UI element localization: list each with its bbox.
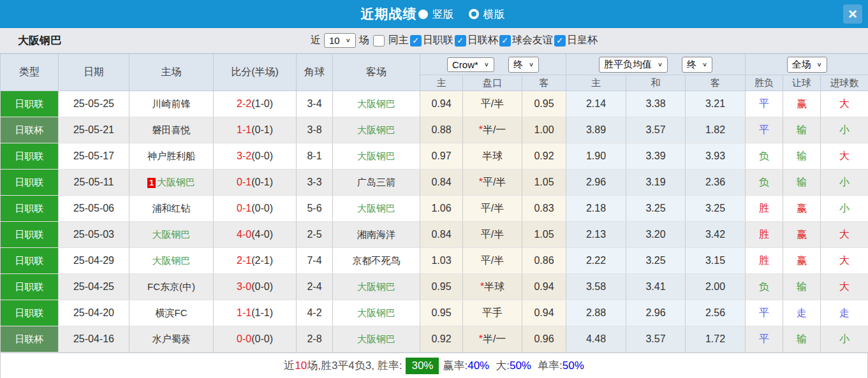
odds-away-cell: 1.00 [522,117,566,143]
bookmaker-time-select[interactable]: 终 ∨ [508,57,539,73]
home-team: FC东京(中) [147,281,195,292]
odds-home-cell: 1.03 [420,248,463,274]
away-team: 广岛三箭 [357,177,395,187]
match-count-select[interactable]: 10 ∨ [324,33,356,48]
team-name: 大阪钢巴 [18,33,61,48]
column-header-avg-home: 主 [566,75,626,91]
horizontal-view-radio[interactable] [469,9,479,19]
corner-cell: 2-8 [297,326,333,353]
red-card-badge: 1 [147,178,156,188]
league-checkbox-jcup[interactable]: ✓ [455,35,466,47]
same-home-label[interactable]: 同主 [388,34,409,47]
column-header-type: 类型 [1,54,59,91]
league-label-friendly[interactable]: 球会友谊 [512,34,553,47]
score-cell: 4-0(4-0) [214,222,297,248]
odds-home-cell: 0.84 [420,222,463,248]
fulltime-score: 0-1 [237,203,251,214]
check-icon: ✓ [556,36,563,45]
bookmaker-time-value: 终 [513,59,523,71]
chevron-down-icon: ∨ [658,62,663,68]
average-type-value: 胜平负均值 [604,59,652,71]
fulltime-score: 3-2 [237,150,251,161]
over-rate-label: 大: [496,358,510,373]
home-cell: FC东京(中) [129,274,214,300]
handicap-line-cell: 平/半 [463,91,522,117]
halftime-score: (0-1) [251,124,273,135]
league-checkbox-emperor[interactable]: ✓ [554,35,566,47]
halftime-score: (1-0) [251,98,273,109]
horizontal-view-label[interactable]: 横版 [483,7,505,22]
vertical-view-radio-selected[interactable] [418,10,428,19]
score-cell: 2-2(1-0) [214,91,297,117]
goals-result-cell: 小 [821,326,868,353]
goals-result-cell: 大 [821,248,868,274]
avg-draw-cell: 3.25 [626,248,686,274]
average-type-select[interactable]: 胜平负均值 ∨ [599,57,668,73]
date-cell: 25-04-16 [59,326,129,353]
column-header-odds-home: 主 [420,75,463,91]
column-header-avg-away: 客 [686,75,746,91]
wdl-cell: 平 [746,326,783,353]
home-cell: 1大阪钢巴 [129,170,214,196]
halftime-score: (0-0) [251,203,273,214]
avg-win-cell: 2.13 [566,222,626,248]
home-cell: 浦和红钻 [129,196,214,222]
fulltime-score: 2-1 [237,255,251,266]
home-team: 水户蜀葵 [152,333,191,344]
column-header-date: 日期 [59,54,129,91]
score-cell: 1-1(1-1) [214,300,297,326]
corner-cell: 2-5 [297,222,333,248]
avg-lose-cell: 3.42 [686,222,746,248]
league-type-label: 日职联 [15,281,44,292]
score-cell: 1-1(0-1) [214,117,297,143]
league-type-label: 日联杯 [15,124,44,135]
halftime-score: (0-0) [251,150,273,161]
league-label-jcup[interactable]: 日联杯 [467,34,498,47]
odds-away-cell: 0.94 [522,300,566,326]
away-cell: 大阪钢巴 [333,196,420,222]
wdl-cell: 平 [746,300,783,326]
summary-near-label: 近 [284,358,295,373]
wdl-cell: 负 [746,143,783,170]
chevron-down-icon: ∨ [484,62,489,68]
league-label-j1[interactable]: 日职联 [423,34,453,47]
away-cell: 大阪钢巴 [333,300,420,326]
league-type-label: 日职联 [15,177,44,187]
avg-draw-cell: 3.41 [626,274,686,300]
same-home-checkbox[interactable] [373,35,385,47]
average-time-select[interactable]: 终 ∨ [682,57,712,73]
title-bar: 近期战绩 竖版 横版 × [0,0,868,28]
single-rate-label: 单率: [538,358,563,373]
scope-select[interactable]: 全场 ∨ [787,57,827,73]
handicap-win-rate-value: 40% [467,360,489,372]
summary-bar: 近 10 场,胜3平4负3, 胜率: 30% 赢率: 40% 大: 50% 单率… [0,353,868,378]
chevron-down-icon: ∨ [702,62,707,68]
league-type-badge: 日职联 [1,222,59,248]
match-count-value: 10 [329,35,340,46]
avg-win-cell: 2.96 [566,170,626,196]
fulltime-score: 0-1 [237,177,251,187]
handicap-result-cell: 输 [783,117,821,143]
league-checkbox-friendly[interactable]: ✓ [499,35,511,47]
handicap-result-cell: 走 [783,300,821,326]
date-cell: 25-04-20 [59,300,129,326]
bookmaker-select[interactable]: Crow* ∨ [447,57,494,72]
vertical-view-label[interactable]: 竖版 [432,7,454,22]
handicap-line-cell: *半/一 [463,326,522,353]
league-checkbox-j1[interactable]: ✓ [410,35,422,47]
match-row: 日职联 25-04-25 FC东京(中) 3-0(0-0) 2-4 大阪钢巴 0… [1,274,868,300]
home-cell: 大阪钢巴 [129,222,214,248]
league-label-emperor[interactable]: 日皇杯 [567,34,598,47]
home-cell: 川崎前锋 [129,91,214,117]
score-cell: 0-1(0-0) [214,196,297,222]
home-cell: 大阪钢巴 [129,248,214,274]
close-button[interactable]: × [843,4,862,24]
avg-draw-cell: 3.20 [626,222,686,248]
fulltime-score: 2-2 [237,98,251,109]
column-header-wdl: 胜负 [746,75,783,91]
avg-lose-cell: 2.56 [686,300,746,326]
close-icon: × [848,6,857,22]
handicap-line: 平/半 [483,177,506,187]
league-type-label: 日职联 [15,98,44,109]
results-table-body: 日职联 25-05-25 川崎前锋 2-2(1-0) 3-4 大阪钢巴 0.94… [1,91,868,353]
